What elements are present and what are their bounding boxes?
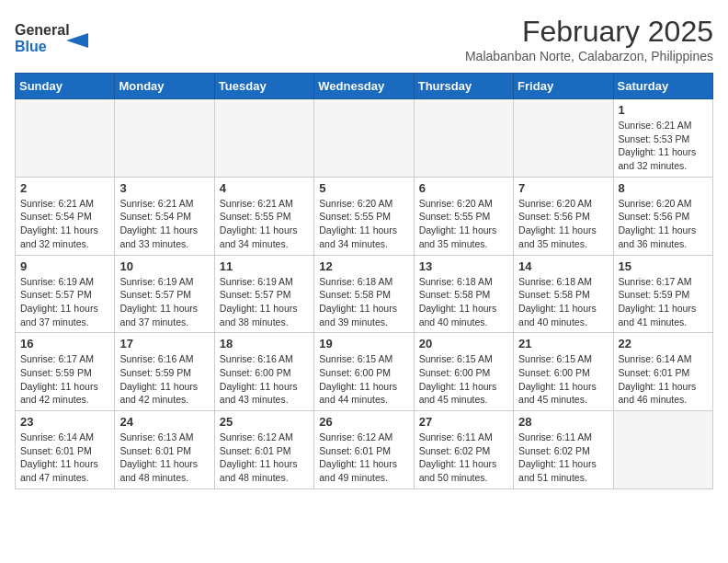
calendar-cell: 13Sunrise: 6:18 AM Sunset: 5:58 PM Dayli… [414,255,513,333]
day-of-week-header: Tuesday [214,74,313,99]
day-info: Sunrise: 6:20 AM Sunset: 5:56 PM Dayligh… [619,197,708,251]
calendar-cell: 8Sunrise: 6:20 AM Sunset: 5:56 PM Daylig… [613,177,712,255]
title-block: February 2025 Malabanban Norte, Calabarz… [465,15,713,63]
calendar-header-row: SundayMondayTuesdayWednesdayThursdayFrid… [16,74,713,99]
calendar-cell: 19Sunrise: 6:15 AM Sunset: 6:00 PM Dayli… [314,333,414,411]
calendar-cell: 7Sunrise: 6:20 AM Sunset: 5:56 PM Daylig… [514,177,613,255]
page-header: General Blue February 2025 Malabanban No… [15,15,713,63]
calendar-cell [16,99,115,178]
day-of-week-header: Saturday [613,74,712,99]
day-number: 22 [619,337,708,350]
calendar-cell: 28Sunrise: 6:11 AM Sunset: 6:02 PM Dayli… [514,411,613,489]
day-info: Sunrise: 6:11 AM Sunset: 6:02 PM Dayligh… [518,431,608,485]
day-number: 25 [220,415,309,429]
logo: General Blue [15,15,97,61]
day-info: Sunrise: 6:15 AM Sunset: 6:00 PM Dayligh… [518,352,608,407]
calendar-cell: 12Sunrise: 6:18 AM Sunset: 5:58 PM Dayli… [314,255,414,333]
calendar-cell [115,99,214,178]
calendar-cell [214,99,313,178]
day-number: 15 [619,259,708,273]
day-number: 13 [419,259,508,273]
day-of-week-header: Friday [514,74,613,99]
calendar-cell: 16Sunrise: 6:17 AM Sunset: 5:59 PM Dayli… [16,333,115,411]
calendar-week-row: 23Sunrise: 6:14 AM Sunset: 6:01 PM Dayli… [16,411,713,489]
day-number: 8 [619,181,708,195]
day-number: 27 [419,415,508,429]
calendar-cell: 27Sunrise: 6:11 AM Sunset: 6:02 PM Dayli… [414,411,513,489]
day-info: Sunrise: 6:19 AM Sunset: 5:57 PM Dayligh… [220,275,309,329]
svg-text:Blue: Blue [15,39,47,54]
calendar-week-row: 16Sunrise: 6:17 AM Sunset: 5:59 PM Dayli… [16,333,713,411]
calendar-cell: 21Sunrise: 6:15 AM Sunset: 6:00 PM Dayli… [514,333,613,411]
calendar-table: SundayMondayTuesdayWednesdayThursdayFrid… [15,73,713,489]
day-number: 21 [518,337,608,350]
calendar-cell: 9Sunrise: 6:19 AM Sunset: 5:57 PM Daylig… [16,255,115,333]
calendar-cell: 5Sunrise: 6:20 AM Sunset: 5:55 PM Daylig… [314,177,414,255]
day-info: Sunrise: 6:14 AM Sunset: 6:01 PM Dayligh… [20,431,109,485]
calendar-cell [613,411,712,489]
calendar-week-row: 9Sunrise: 6:19 AM Sunset: 5:57 PM Daylig… [16,255,713,333]
day-number: 10 [119,259,209,273]
day-number: 24 [119,415,209,429]
calendar-cell [414,99,513,178]
logo-svg: General Blue [15,15,97,61]
day-number: 26 [319,415,408,429]
day-number: 4 [220,181,309,195]
day-info: Sunrise: 6:17 AM Sunset: 5:59 PM Dayligh… [619,275,708,329]
calendar-cell: 20Sunrise: 6:15 AM Sunset: 6:00 PM Dayli… [414,333,513,411]
svg-marker-1 [66,33,88,48]
calendar-cell [514,99,613,178]
day-number: 20 [419,337,508,350]
day-number: 11 [220,259,309,273]
day-info: Sunrise: 6:21 AM Sunset: 5:54 PM Dayligh… [119,197,209,251]
day-info: Sunrise: 6:18 AM Sunset: 5:58 PM Dayligh… [419,275,508,329]
day-info: Sunrise: 6:16 AM Sunset: 6:00 PM Dayligh… [220,352,309,407]
day-info: Sunrise: 6:16 AM Sunset: 5:59 PM Dayligh… [119,352,209,407]
calendar-cell [314,99,414,178]
calendar-cell: 22Sunrise: 6:14 AM Sunset: 6:01 PM Dayli… [613,333,712,411]
calendar-cell: 3Sunrise: 6:21 AM Sunset: 5:54 PM Daylig… [115,177,214,255]
day-number: 9 [20,259,109,273]
calendar-cell: 17Sunrise: 6:16 AM Sunset: 5:59 PM Dayli… [115,333,214,411]
day-number: 1 [619,103,708,117]
calendar-cell: 11Sunrise: 6:19 AM Sunset: 5:57 PM Dayli… [214,255,313,333]
day-number: 5 [319,181,408,195]
day-number: 17 [119,337,209,350]
day-of-week-header: Thursday [414,74,513,99]
calendar-week-row: 1Sunrise: 6:21 AM Sunset: 5:53 PM Daylig… [16,99,713,178]
day-number: 23 [20,415,109,429]
calendar-cell: 2Sunrise: 6:21 AM Sunset: 5:54 PM Daylig… [16,177,115,255]
calendar-cell: 18Sunrise: 6:16 AM Sunset: 6:00 PM Dayli… [214,333,313,411]
calendar-cell: 6Sunrise: 6:20 AM Sunset: 5:55 PM Daylig… [414,177,513,255]
day-number: 18 [220,337,309,350]
day-number: 28 [518,415,608,429]
day-info: Sunrise: 6:19 AM Sunset: 5:57 PM Dayligh… [20,275,109,329]
calendar-week-row: 2Sunrise: 6:21 AM Sunset: 5:54 PM Daylig… [16,177,713,255]
calendar-cell: 10Sunrise: 6:19 AM Sunset: 5:57 PM Dayli… [115,255,214,333]
day-info: Sunrise: 6:12 AM Sunset: 6:01 PM Dayligh… [220,431,309,485]
day-number: 3 [119,181,209,195]
calendar-cell: 26Sunrise: 6:12 AM Sunset: 6:01 PM Dayli… [314,411,414,489]
calendar-cell: 25Sunrise: 6:12 AM Sunset: 6:01 PM Dayli… [214,411,313,489]
day-info: Sunrise: 6:12 AM Sunset: 6:01 PM Dayligh… [319,431,408,485]
calendar-cell: 23Sunrise: 6:14 AM Sunset: 6:01 PM Dayli… [16,411,115,489]
day-info: Sunrise: 6:21 AM Sunset: 5:55 PM Dayligh… [220,197,309,251]
day-number: 12 [319,259,408,273]
day-info: Sunrise: 6:21 AM Sunset: 5:53 PM Dayligh… [619,119,708,173]
svg-text:General: General [15,22,70,38]
day-number: 7 [518,181,608,195]
calendar-cell: 24Sunrise: 6:13 AM Sunset: 6:01 PM Dayli… [115,411,214,489]
day-info: Sunrise: 6:14 AM Sunset: 6:01 PM Dayligh… [619,352,708,407]
day-info: Sunrise: 6:20 AM Sunset: 5:56 PM Dayligh… [518,197,608,251]
calendar-cell: 1Sunrise: 6:21 AM Sunset: 5:53 PM Daylig… [613,99,712,178]
day-of-week-header: Monday [115,74,214,99]
day-of-week-header: Wednesday [314,74,414,99]
day-info: Sunrise: 6:20 AM Sunset: 5:55 PM Dayligh… [419,197,508,251]
day-info: Sunrise: 6:15 AM Sunset: 6:00 PM Dayligh… [419,352,508,407]
day-number: 2 [20,181,109,195]
calendar-cell: 14Sunrise: 6:18 AM Sunset: 5:58 PM Dayli… [514,255,613,333]
day-info: Sunrise: 6:15 AM Sunset: 6:00 PM Dayligh… [319,352,408,407]
calendar-cell: 4Sunrise: 6:21 AM Sunset: 5:55 PM Daylig… [214,177,313,255]
location-subtitle: Malabanban Norte, Calabarzon, Philippine… [465,49,713,63]
day-number: 19 [319,337,408,350]
